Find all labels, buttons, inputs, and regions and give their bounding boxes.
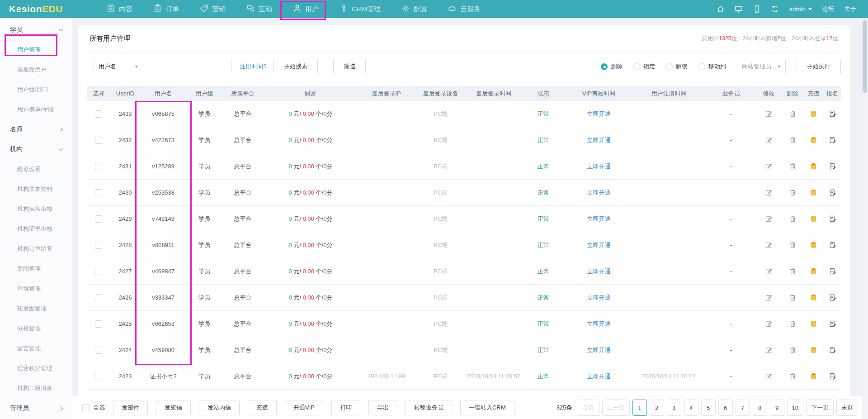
page-3[interactable]: 3 xyxy=(667,400,681,416)
sidebar-section-2[interactable]: 机构 xyxy=(0,139,72,159)
row-checkbox[interactable] xyxy=(95,320,102,328)
page-5[interactable]: 5 xyxy=(701,400,716,416)
signup-form-icon[interactable] xyxy=(829,320,836,328)
sidebar-item[interactable]: 机构二级域名 xyxy=(0,378,72,398)
page-first[interactable]: 首页 xyxy=(578,400,599,416)
edit-icon[interactable] xyxy=(765,136,773,144)
page-8[interactable]: 8 xyxy=(753,400,767,416)
sidebar-item[interactable]: 信营积分管理 xyxy=(0,358,72,378)
footer-button-4[interactable]: 开通VIP xyxy=(285,400,323,415)
vip-activate-link[interactable]: 立即开通 xyxy=(587,110,611,118)
edit-icon[interactable] xyxy=(765,294,773,301)
recharge-coins-icon[interactable] xyxy=(810,294,817,301)
recharge-coins-icon[interactable] xyxy=(810,241,817,249)
radio-move-to[interactable]: 移动到 xyxy=(698,62,726,71)
delete-trash-icon[interactable] xyxy=(789,294,797,301)
refresh-icon[interactable] xyxy=(771,5,779,13)
row-checkbox[interactable] xyxy=(95,110,102,118)
signup-form-icon[interactable] xyxy=(829,189,836,196)
select-all[interactable]: 全选 xyxy=(82,404,105,412)
page-4[interactable]: 4 xyxy=(684,400,698,416)
sidebar-item[interactable]: 机构订单结算 xyxy=(0,239,72,259)
signup-form-icon[interactable] xyxy=(829,162,836,170)
signup-form-icon[interactable] xyxy=(829,267,836,275)
desktop-icon[interactable] xyxy=(735,5,743,13)
row-checkbox[interactable] xyxy=(95,373,102,380)
admin-dropdown[interactable]: admin xyxy=(789,6,812,13)
vip-activate-link[interactable]: 立即开通 xyxy=(587,241,611,249)
page-1[interactable]: 1 xyxy=(632,400,647,416)
nav-item-content[interactable]: 内容 xyxy=(107,4,132,14)
row-checkbox[interactable] xyxy=(95,189,102,196)
signup-form-icon[interactable] xyxy=(829,346,836,354)
vip-activate-link[interactable]: 立即开通 xyxy=(587,294,611,302)
vip-activate-link[interactable]: 立即开通 xyxy=(587,215,611,223)
home-icon[interactable] xyxy=(717,5,725,13)
nav-item-marketing[interactable]: 营销 xyxy=(200,4,226,14)
footer-button-5[interactable]: 打印 xyxy=(331,400,360,415)
recharge-coins-icon[interactable] xyxy=(810,189,817,196)
edit-icon[interactable] xyxy=(765,346,773,354)
delete-trash-icon[interactable] xyxy=(789,162,797,170)
move-target-select[interactable]: 网站管理员 xyxy=(737,59,786,74)
page-last[interactable]: 末页 xyxy=(836,400,858,416)
delete-trash-icon[interactable] xyxy=(789,189,797,196)
nav-item-interaction[interactable]: 互动 xyxy=(246,4,272,14)
vip-activate-link[interactable]: 立即开通 xyxy=(587,162,611,171)
page-2[interactable]: 2 xyxy=(650,400,664,416)
delete-trash-icon[interactable] xyxy=(789,320,797,328)
footer-button-1[interactable]: 发短信 xyxy=(156,400,191,415)
mobile-icon[interactable] xyxy=(753,5,761,13)
search-field-select[interactable]: 用户名 xyxy=(94,59,143,74)
delete-trash-icon[interactable] xyxy=(789,110,797,118)
signup-form-icon[interactable] xyxy=(829,241,836,249)
page-7[interactable]: 7 xyxy=(736,400,750,416)
sidebar-item[interactable]: 机构实名审核 xyxy=(0,199,72,219)
edit-icon[interactable] xyxy=(765,241,773,249)
sidebar-item[interactable]: 轮播图管理 xyxy=(0,299,72,319)
row-checkbox[interactable] xyxy=(95,268,102,275)
vip-activate-link[interactable]: 立即开通 xyxy=(587,136,611,144)
edit-icon[interactable] xyxy=(765,189,773,196)
nav-item-orders[interactable]: 订单 xyxy=(153,4,179,14)
delete-trash-icon[interactable] xyxy=(789,372,797,380)
nav-item-cloud[interactable]: 云服务 xyxy=(448,4,481,14)
execute-button[interactable]: 开始执行 xyxy=(797,59,841,74)
sidebar-item[interactable]: 机构证书审核 xyxy=(0,219,72,239)
sidebar-section-0[interactable]: 学员 xyxy=(0,20,72,40)
signup-form-icon[interactable] xyxy=(829,136,836,144)
sidebar-item[interactable]: 留言管理 xyxy=(0,338,72,358)
recharge-coins-icon[interactable] xyxy=(810,267,817,275)
row-checkbox[interactable] xyxy=(95,294,102,301)
footer-button-8[interactable]: 一键转入CRM xyxy=(460,400,514,415)
delete-trash-icon[interactable] xyxy=(789,215,797,223)
nav-item-crm[interactable]: CRM管理 xyxy=(340,4,381,14)
vip-activate-link[interactable]: 立即开通 xyxy=(587,372,611,381)
vip-activate-link[interactable]: 立即开通 xyxy=(587,346,611,354)
radio-delete[interactable]: 删除 xyxy=(601,62,623,71)
delete-trash-icon[interactable] xyxy=(789,346,797,354)
edit-icon[interactable] xyxy=(765,320,773,328)
recharge-coins-icon[interactable] xyxy=(810,215,817,223)
search-button[interactable]: 开始搜索 xyxy=(274,59,318,74)
page-9[interactable]: 9 xyxy=(770,400,784,416)
sidebar-item[interactable]: 新闻管理 xyxy=(0,259,72,279)
edit-icon[interactable] xyxy=(765,110,773,118)
page-6[interactable]: 6 xyxy=(718,400,733,416)
sidebar-item[interactable]: 用户表单/字段 xyxy=(0,100,72,119)
footer-button-6[interactable]: 导出 xyxy=(368,400,397,415)
recharge-coins-icon[interactable] xyxy=(810,136,817,144)
footer-button-2[interactable]: 发站内信 xyxy=(199,400,240,415)
radio-lock[interactable]: 锁定 xyxy=(633,62,655,71)
sidebar-section-3[interactable]: 管理员 xyxy=(0,398,72,418)
scrollbar-thumb[interactable] xyxy=(863,20,867,93)
signup-form-icon[interactable] xyxy=(829,215,836,223)
footer-button-7[interactable]: 转移业务员 xyxy=(406,400,452,415)
recharge-coins-icon[interactable] xyxy=(810,346,817,354)
signup-form-icon[interactable] xyxy=(829,372,836,380)
nav-item-users[interactable]: 用户 xyxy=(293,4,319,14)
register-time-link[interactable]: 注册时间? xyxy=(240,62,266,71)
recharge-coins-icon[interactable] xyxy=(810,110,817,118)
recharge-coins-icon[interactable] xyxy=(810,372,817,380)
row-checkbox[interactable] xyxy=(95,215,102,223)
